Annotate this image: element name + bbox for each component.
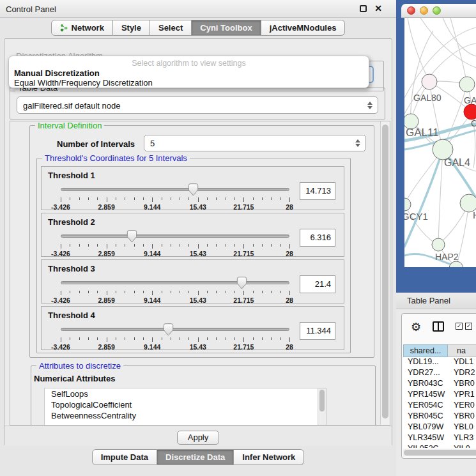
slider-thumb[interactable] (236, 277, 247, 289)
table-panel-header: Table Panel (396, 293, 476, 309)
apply-bar: Apply (4, 426, 392, 446)
network-window-titlebar (401, 4, 476, 18)
threshold-4-label: Threshold 4 (48, 311, 95, 320)
tick-label: 15.43 (190, 203, 206, 211)
top-tab-bar: Network Style Select Cyni Toolbox jActiv… (0, 20, 396, 36)
threshold-4-value-field[interactable]: 11.344 (300, 322, 335, 340)
tick-label: -3.426 (51, 203, 70, 211)
tab-impute-data[interactable]: Impute Data (92, 449, 157, 465)
threshold-1-value-field[interactable]: 14.713 (300, 182, 335, 200)
table-row[interactable]: YBR043CYBR0 (403, 379, 476, 390)
float-panel-icon[interactable] (360, 5, 367, 12)
tick-label: 21.715 (233, 250, 254, 257)
control-panel-titlebar: Control Panel ✕ (0, 0, 396, 18)
table-horizontal-scrollbar[interactable] (403, 449, 476, 456)
node-label-c: C (471, 118, 476, 128)
node-label-gal4: GAL4 (444, 157, 470, 168)
tick-label: 15.43 (190, 343, 206, 351)
table-row[interactable]: YIL052CYIL0 (403, 444, 476, 448)
list-item-selfloops[interactable]: SelfLoops (45, 388, 326, 399)
table-data-combobox[interactable]: galFiltered.sif default node (17, 96, 378, 114)
network-icon (60, 24, 68, 32)
settings-vertical-scrollbar[interactable] (380, 121, 390, 425)
threshold-4-slider[interactable]: -3.4262.8599.14415.4321.71528 (61, 323, 289, 349)
tab-discretize-data[interactable]: Discretize Data (157, 449, 234, 465)
tab-select[interactable]: Select (150, 20, 192, 36)
tick-label: 15.43 (190, 296, 206, 304)
close-panel-icon[interactable]: ✕ (374, 3, 382, 13)
node-gcy1[interactable] (404, 198, 411, 211)
tick-label: 21.715 (233, 203, 254, 211)
table-row[interactable]: YBL079WYBL0 (403, 422, 476, 433)
panel-title: Control Panel (6, 4, 56, 14)
threshold-2-value-field[interactable]: 6.316 (300, 229, 335, 247)
tick-label: 2.859 (98, 203, 114, 211)
menu-item-equal-width-discretization[interactable]: Equal Width/Frequency Discretization (14, 78, 153, 88)
table-toolbar: ⚙ ✓ ✓ (402, 314, 476, 342)
number-of-intervals-label: Number of Intervals (57, 139, 135, 149)
tick-label: 2.859 (98, 250, 114, 257)
tab-jactivemnodules[interactable]: jActiveMNodules (261, 20, 346, 36)
tick-label: 28 (286, 203, 293, 211)
threshold-2-slider[interactable]: -3.4262.8599.14415.4321.71528 (61, 230, 289, 256)
threshold-2-block: Threshold 2 -3.4262.8599.14415.4321.7152… (41, 213, 344, 257)
node-table: ⚙ ✓ ✓ shared... na YDL19...YDL1 YDR27...… (401, 313, 476, 459)
table-row[interactable]: YBR045CYBR0 (403, 411, 476, 422)
zoom-window-icon[interactable] (433, 6, 441, 15)
checkbox-icon[interactable]: ✓ (456, 323, 463, 330)
interval-definition-group: Interval Definition Number of Intervals … (29, 125, 374, 358)
tick-label: 21.715 (233, 296, 254, 304)
node-red[interactable] (464, 104, 476, 119)
number-of-intervals-combobox[interactable]: 5 (144, 135, 366, 151)
slider-thumb[interactable] (188, 183, 199, 196)
node-label-gal11: GAL11 (406, 127, 439, 139)
node-ga[interactable] (459, 77, 475, 92)
threshold-3-slider[interactable]: -3.4262.8599.14415.4321.71528 (61, 277, 289, 302)
tick-label: 9.144 (144, 343, 160, 351)
split-view-icon[interactable] (433, 321, 444, 332)
tab-style[interactable]: Style (113, 20, 150, 36)
threshold-3-block: Threshold 3 -3.4262.8599.14415.4321.7152… (41, 259, 344, 303)
column-header-shared-name[interactable]: shared... (403, 344, 448, 357)
tick-label: 2.859 (98, 296, 114, 304)
tick-label: 9.144 (144, 203, 160, 211)
threshold-3-value-field[interactable]: 21.4 (300, 275, 335, 293)
apply-button[interactable]: Apply (177, 431, 219, 445)
minimize-window-icon[interactable] (420, 6, 428, 15)
threshold-1-block: Threshold 1 -3.4262.8599.14415.4321.7152… (41, 166, 344, 210)
attributes-list-scrollbar[interactable] (318, 388, 326, 426)
table-data-group: Table Data galFiltered.sif default node (10, 88, 385, 119)
gear-icon[interactable]: ⚙ (411, 320, 421, 334)
checkbox-icon[interactable]: ✓ (465, 323, 472, 330)
table-row[interactable]: YER054CYER0 (403, 401, 476, 411)
table-row[interactable]: YLR345WYLR3 (403, 433, 476, 444)
table-row[interactable]: YDR27...YDR2 (403, 368, 476, 379)
node-label-h: H (473, 210, 476, 220)
tab-cyni-toolbox[interactable]: Cyni Toolbox (192, 20, 261, 36)
node-hap2[interactable] (432, 238, 445, 251)
threshold-1-slider[interactable]: -3.4262.8599.14415.4321.71528 (61, 183, 289, 209)
list-item-betweennesscentrality[interactable]: BetweennessCentrality (45, 410, 326, 421)
tab-network[interactable]: Network (51, 20, 113, 36)
slider-thumb[interactable] (127, 230, 137, 243)
table-panel-body: ⚙ ✓ ✓ shared... na YDL19...YDL1 YDR27...… (396, 309, 476, 476)
interval-definition-label: Interval Definition (35, 121, 104, 130)
popup-placeholder: Select algorithm to view settings (9, 59, 369, 68)
numerical-attributes-label: Numerical Attributes (34, 374, 115, 383)
thresholds-group-label: Threshold's Coordinates for 5 Intervals (42, 153, 190, 163)
node-label-gal80: GAL80 (413, 93, 441, 103)
table-row[interactable]: YPR145WYPR1 (403, 390, 476, 401)
tick-label: 2.859 (98, 343, 114, 351)
tick-label: 15.43 (190, 250, 206, 257)
column-header-name[interactable]: na (448, 344, 476, 357)
scrollbar-thumb[interactable] (382, 125, 388, 418)
settings-scroll-area: Interval Definition Number of Intervals … (10, 121, 390, 426)
list-item-topologicalcoefficient[interactable]: TopologicalCoefficient (45, 399, 326, 410)
network-canvas[interactable]: GAL80 GA C GAL11 GAL4 GCY1 H HAP2 (404, 18, 476, 267)
slider-thumb[interactable] (163, 323, 174, 336)
menu-item-manual-discretization[interactable]: Manual Discretization (14, 68, 100, 78)
node-gal80[interactable] (422, 74, 437, 89)
tab-infer-network[interactable]: Infer Network (234, 449, 304, 465)
table-row[interactable]: YDL19...YDL1 (403, 357, 476, 368)
close-window-icon[interactable] (407, 6, 415, 15)
